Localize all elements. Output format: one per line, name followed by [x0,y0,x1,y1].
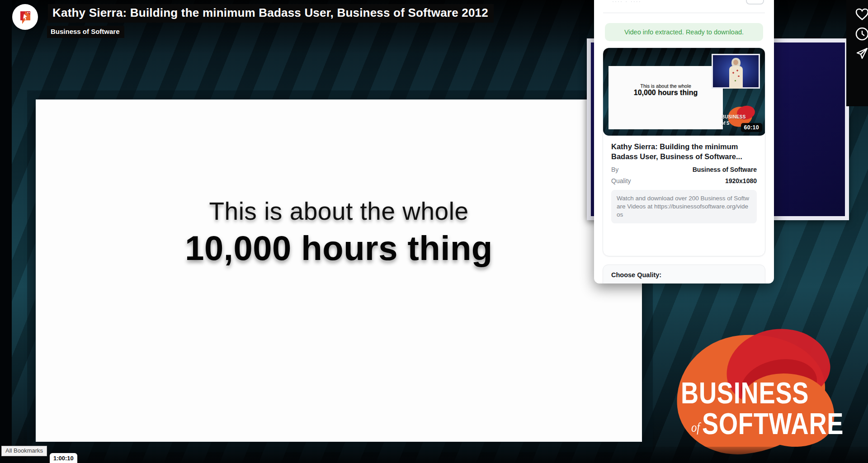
presentation-slide[interactable]: This is about the whole 10,000 hours thi… [36,99,642,442]
video-info-card: This is about the whole 10,000 hours thi… [603,47,765,256]
thumbnail-slide-line1: This is about the whole [640,83,691,89]
bottom-shade [0,447,868,463]
logo-word-software: SOFTWARE [702,409,844,439]
speaker-jacket [729,66,743,89]
speaker-face [733,60,738,65]
clipped-toggle-control[interactable] [746,0,764,5]
left-letterbox [0,0,12,463]
share-button[interactable] [854,46,868,61]
like-button[interactable] [854,7,868,22]
heart-icon [854,7,868,22]
video-thumbnail[interactable]: This is about the whole 10,000 hours thi… [603,48,765,136]
logo-word-business: BUSINESS [681,378,844,408]
logo-wordmark: BUSINESS of SOFTWARE [681,378,844,439]
by-label: By [611,166,618,173]
choose-quality-section: Choose Quality: [603,265,765,283]
downloader-extension-popup: ···· · ···· Video info extracted. Ready … [594,0,774,283]
thumbnail-logo-text2: of S [721,120,729,126]
popup-divider [603,13,765,13]
meta-row-by: By Business of Software [611,166,757,173]
clipped-toolbar-text: ···· · ···· [612,0,703,4]
duration-badge: 60:10 [741,123,762,132]
page-title: Kathy Sierra: Building the minimum Badas… [48,4,494,23]
promo-note: Watch and download over 200 Business of … [611,190,757,224]
clock-icon [854,26,868,42]
watch-later-button[interactable] [854,26,868,42]
bos-speech-bubble-icon [18,9,33,25]
quality-value: 1920x1080 [725,177,757,184]
all-bookmarks-tooltip: All Bookmarks [1,446,47,456]
business-of-software-logo: BUSINESS of SOFTWARE [673,328,863,459]
popup-clipped-toolbar: ···· · ···· [594,0,774,5]
send-icon [854,46,868,61]
status-message: Video info extracted. Ready to download. [624,28,744,36]
quality-label: Quality [611,177,631,184]
video-page-background: This is about the whole 10,000 hours thi… [0,0,868,463]
meta-row-quality: Quality 1920x1080 [611,177,757,184]
thumbnail-logo-text1: BUSINESS [722,114,746,119]
by-value: Business of Software [693,166,757,173]
thumbnail-slide-line2: 10,000 hours thing [634,89,698,97]
popup-video-title: Kathy Sierra: Building the minimum Badas… [611,142,757,162]
choose-quality-label: Choose Quality: [611,271,757,279]
thumbnail-speaker-inset [712,54,760,89]
channel-avatar[interactable] [12,4,38,30]
thumbnail-slide: This is about the whole 10,000 hours thi… [609,66,723,129]
channel-name[interactable]: Business of Software [47,26,124,38]
slide-text-line2: 10,000 hours thing [185,228,493,268]
logo-word-of: of [691,420,700,435]
slide-text-line1: This is about the whole [209,197,468,226]
playback-time-badge[interactable]: 1:00:10 [50,453,77,463]
status-banner: Video info extracted. Ready to download. [605,23,763,41]
